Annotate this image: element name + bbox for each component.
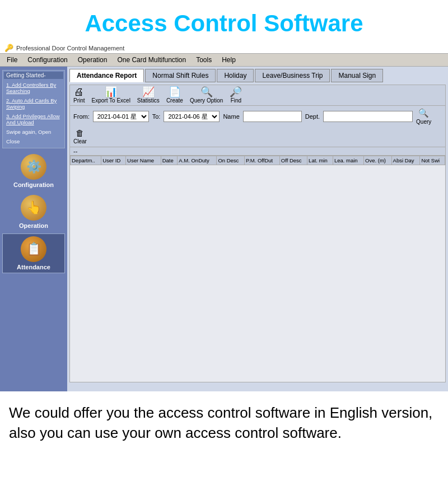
toolbar: 🖨 Print 📊 Export To Excel 📈 Statistics 📄… xyxy=(69,85,446,106)
name-input[interactable] xyxy=(243,111,302,122)
clear-button[interactable]: 🗑 Clear xyxy=(73,128,87,144)
getting-started-box: Getting Started- 1. Add Controllers By S… xyxy=(2,70,65,148)
getting-started-title: Getting Started- xyxy=(4,72,63,79)
find-icon: 🔎 xyxy=(230,87,242,97)
statistics-label: Statistics xyxy=(137,97,160,104)
toolbar-export-excel[interactable]: 📊 Export To Excel xyxy=(92,87,130,104)
sidebar-label-attendance: Attendance xyxy=(17,264,50,270)
toolbar-find[interactable]: 🔎 Find xyxy=(230,87,242,104)
sidebar-label-operation: Operation xyxy=(19,222,48,229)
sidebar-btn-attendance[interactable]: 📋 Attendance xyxy=(2,233,65,273)
sidebar-link-3[interactable]: 3. Add Privileges Allow And Upload xyxy=(4,112,63,127)
export-label: Export To Excel xyxy=(92,97,130,104)
print-icon: 🖨 xyxy=(74,87,84,97)
col-date: Date xyxy=(161,156,178,165)
to-label: To: xyxy=(152,113,161,120)
app-title: Access Control Software xyxy=(0,0,448,43)
col-not-swi: Not Swi xyxy=(420,156,445,165)
name-label: Name xyxy=(223,113,239,120)
create-icon: 📄 xyxy=(169,87,181,97)
sidebar-link-2[interactable]: 2. Auto Add Cards By Swiping xyxy=(4,96,63,111)
col-am-onduty: A.M. OnDuty xyxy=(178,156,217,165)
filter-bar: From: 2021-04-01 星 To: 2021-04-06 星 Name… xyxy=(69,106,446,147)
to-date-select[interactable]: 2021-04-06 星 xyxy=(164,111,220,122)
table-toolbar: -- xyxy=(70,147,445,156)
sidebar-text-swipe[interactable]: Swipe again, Open xyxy=(4,128,63,136)
sidebar-btn-operation[interactable]: 👆 Operation xyxy=(2,193,65,231)
menu-file[interactable]: File xyxy=(2,55,22,65)
find-label: Find xyxy=(231,97,241,104)
col-on-desc: On Desc xyxy=(217,156,245,165)
content-panel: Attendance Report Normal Shift Rules Hol… xyxy=(67,67,448,391)
menu-bar: File Configuration Operation One Card Mu… xyxy=(0,54,448,67)
tab-manual-sign[interactable]: Manual Sign xyxy=(331,69,383,82)
table-separator: -- xyxy=(73,148,77,155)
data-table: Departm.. User ID User Name Date A.M. On… xyxy=(70,156,445,165)
sidebar-text-close[interactable]: Close xyxy=(4,137,63,146)
operation-icon: 👆 xyxy=(21,195,46,221)
export-icon: 📊 xyxy=(105,87,117,97)
col-off-desc: Off Desc xyxy=(279,156,307,165)
tab-holiday[interactable]: Holiday xyxy=(217,69,254,82)
sidebar-btn-configuration[interactable]: ⚙️ Configuration xyxy=(2,152,65,190)
tab-leave-business-trip[interactable]: Leave/Business Trip xyxy=(255,69,330,82)
col-lat-min: Lat. min xyxy=(307,156,333,165)
attendance-icon: 📋 xyxy=(21,236,46,262)
menu-configuration[interactable]: Configuration xyxy=(23,55,72,65)
col-department: Departm.. xyxy=(71,156,101,165)
create-label: Create xyxy=(166,97,183,104)
main-container: Getting Started- 1. Add Controllers By S… xyxy=(0,67,448,391)
tab-bar: Attendance Report Normal Shift Rules Hol… xyxy=(69,69,446,82)
dept-label: Dept. xyxy=(305,113,320,120)
dept-input[interactable] xyxy=(323,111,413,122)
tab-normal-shift-rules[interactable]: Normal Shift Rules xyxy=(145,69,216,82)
sidebar: Getting Started- 1. Add Controllers By S… xyxy=(0,67,67,391)
configuration-icon: ⚙️ xyxy=(21,154,46,180)
col-absi-day: Absi Day xyxy=(391,156,420,165)
query-label: Query xyxy=(416,119,431,125)
from-date-select[interactable]: 2021-04-01 星 xyxy=(93,111,149,122)
sidebar-label-configuration: Configuration xyxy=(13,181,54,188)
bottom-text: We could offer you the access control so… xyxy=(0,391,448,452)
query-option-icon: 🔍 xyxy=(200,87,213,97)
from-label: From: xyxy=(73,113,90,120)
toolbar-query-option[interactable]: 🔍 Query Option xyxy=(190,87,223,104)
col-user-id: User ID xyxy=(101,156,126,165)
col-user-name: User Name xyxy=(126,156,161,165)
key-icon: 🔑 xyxy=(4,44,13,52)
clear-icon: 🗑 xyxy=(76,128,84,138)
toolbar-print[interactable]: 🖨 Print xyxy=(73,87,85,104)
tab-attendance-report[interactable]: Attendance Report xyxy=(69,69,144,82)
pro-bar: 🔑 Professional Door Control Management xyxy=(0,43,448,54)
toolbar-statistics[interactable]: 📈 Statistics xyxy=(137,87,160,104)
menu-tools[interactable]: Tools xyxy=(192,55,216,65)
toolbar-create[interactable]: 📄 Create xyxy=(166,87,183,104)
clear-label: Clear xyxy=(73,138,87,144)
print-label: Print xyxy=(73,97,85,104)
col-ove-m: Ove. (m) xyxy=(364,156,392,165)
col-lea-main: Lea. main xyxy=(333,156,363,165)
menu-operation[interactable]: Operation xyxy=(73,55,112,65)
statistics-icon: 📈 xyxy=(142,87,155,97)
pro-bar-label: Professional Door Control Management xyxy=(16,45,124,52)
menu-one-card[interactable]: One Card Multifunction xyxy=(113,55,190,65)
col-pm-offduty: P.M. OffDut xyxy=(244,156,279,165)
table-container: -- Departm.. User ID User Name Date A.M.… xyxy=(69,147,446,382)
query-button[interactable]: 🔍 Query xyxy=(416,108,431,125)
query-icon: 🔍 xyxy=(418,108,429,118)
sidebar-link-1[interactable]: 1. Add Controllers By Searching xyxy=(4,81,63,95)
menu-help[interactable]: Help xyxy=(217,55,240,65)
query-option-label: Query Option xyxy=(190,97,223,104)
